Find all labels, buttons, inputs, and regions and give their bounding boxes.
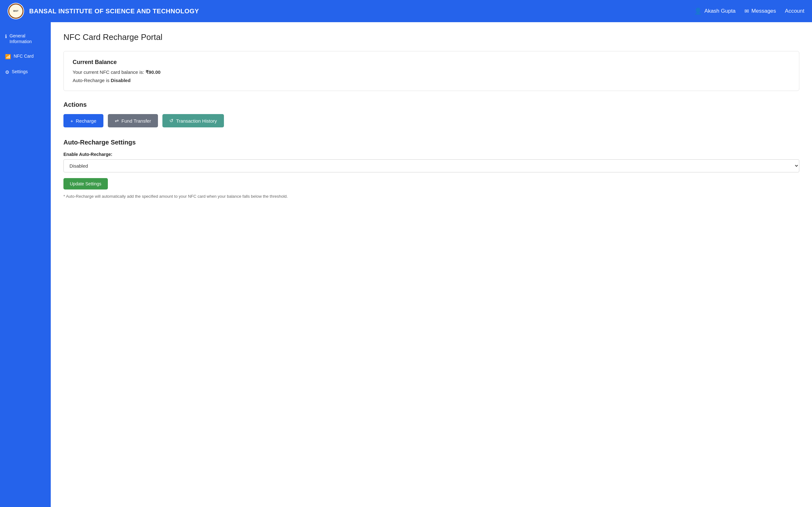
gear-icon: ⚙: [5, 69, 9, 75]
messages-label: Messages: [751, 8, 776, 14]
sidebar-label-nfc-card: NFC Card: [14, 53, 34, 59]
balance-amount: ₹90.00: [146, 69, 161, 75]
header-user[interactable]: 👤 Akash Gupta: [694, 7, 735, 15]
sidebar-item-general-information[interactable]: ℹ General Information: [0, 29, 51, 49]
auto-recharge-status-text: Auto-Recharge is Disabled: [72, 78, 790, 83]
sidebar-label-settings: Settings: [12, 69, 28, 74]
header-title: BANSAL INSTITUTE OF SCIENCE AND TECHNOLO…: [29, 8, 199, 15]
main-content: NFC Card Recharge Portal Current Balance…: [51, 22, 812, 507]
sidebar-label-general-information: General Information: [9, 33, 46, 44]
auto-recharge-settings-section: Auto-Recharge Settings Enable Auto-Recha…: [63, 139, 799, 199]
header-left: BIST BANSAL INSTITUTE OF SCIENCE AND TEC…: [8, 3, 199, 19]
auto-recharge-select[interactable]: Disabled Enabled: [63, 159, 799, 172]
messages-link[interactable]: ✉ Messages: [745, 8, 776, 14]
transaction-history-icon: ↺: [169, 118, 173, 124]
auto-recharge-prefix: Auto-Recharge is: [72, 78, 111, 83]
sidebar-item-nfc-card[interactable]: 📶 NFC Card: [0, 49, 51, 64]
settings-note: * Auto-Recharge will automatically add t…: [63, 194, 288, 199]
update-settings-button[interactable]: Update Settings: [63, 178, 108, 189]
recharge-icon: +: [70, 118, 73, 124]
fund-transfer-label: Fund Transfer: [121, 118, 151, 124]
balance-text-prefix: Your current NFC card balance is:: [72, 69, 146, 75]
fund-transfer-icon: ⇌: [115, 118, 119, 124]
enable-auto-recharge-label: Enable Auto-Recharge:: [63, 152, 799, 157]
actions-row: + Recharge ⇌ Fund Transfer ↺ Transaction…: [63, 114, 799, 127]
logo-text: BIST: [13, 10, 18, 12]
page-title: NFC Card Recharge Portal: [63, 32, 799, 42]
sidebar-item-settings[interactable]: ⚙ Settings: [0, 64, 51, 80]
balance-text: Your current NFC card balance is: ₹90.00: [72, 69, 790, 75]
sidebar: ℹ General Information 📶 NFC Card ⚙ Setti…: [0, 22, 51, 507]
user-icon: 👤: [694, 7, 702, 15]
actions-section: Actions + Recharge ⇌ Fund Transfer ↺ Tra…: [63, 101, 799, 127]
transaction-history-button[interactable]: ↺ Transaction History: [162, 114, 224, 127]
layout: ℹ General Information 📶 NFC Card ⚙ Setti…: [0, 22, 812, 507]
account-link[interactable]: Account: [785, 8, 804, 14]
recharge-label: Recharge: [76, 118, 96, 124]
balance-card-title: Current Balance: [72, 59, 790, 66]
messages-icon: ✉: [745, 8, 749, 14]
nfc-icon: 📶: [5, 54, 11, 60]
header-right: 👤 Akash Gupta ✉ Messages Account: [694, 7, 804, 15]
logo: BIST: [8, 3, 24, 19]
fund-transfer-button[interactable]: ⇌ Fund Transfer: [108, 114, 158, 127]
info-icon: ℹ: [5, 33, 7, 40]
header: BIST BANSAL INSTITUTE OF SCIENCE AND TEC…: [0, 0, 812, 22]
balance-card: Current Balance Your current NFC card ba…: [63, 51, 799, 91]
actions-title: Actions: [63, 101, 799, 108]
user-name: Akash Gupta: [705, 8, 735, 14]
transaction-history-label: Transaction History: [176, 118, 217, 124]
auto-recharge-settings-title: Auto-Recharge Settings: [63, 139, 799, 146]
auto-recharge-value: Disabled: [111, 78, 131, 83]
recharge-button[interactable]: + Recharge: [63, 114, 103, 127]
